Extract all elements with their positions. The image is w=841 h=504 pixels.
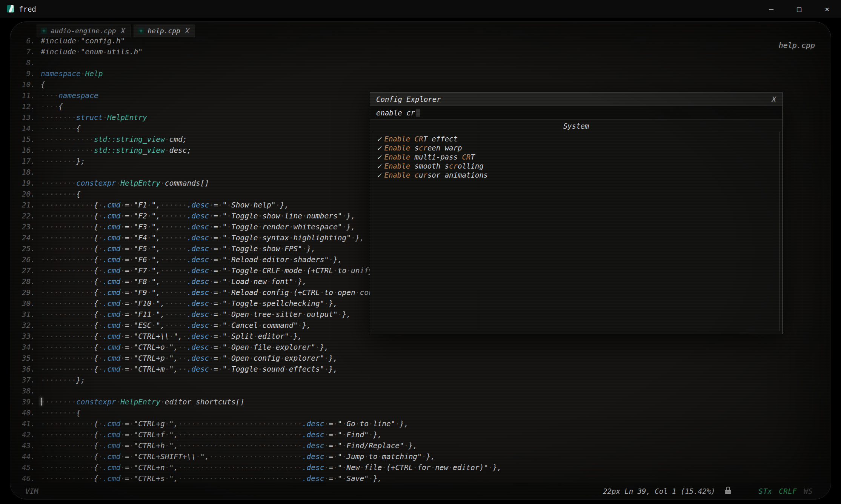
code-line[interactable]: 38. bbox=[15, 386, 831, 396]
line-number: 41. bbox=[15, 418, 35, 429]
config-option[interactable]: ✓Enable smooth scrolling bbox=[377, 161, 775, 171]
line-number: 20. bbox=[15, 189, 35, 200]
line-number: 39. bbox=[15, 396, 35, 407]
line-number: 43. bbox=[15, 440, 35, 451]
line-number: 45. bbox=[15, 462, 35, 473]
line-number: 28. bbox=[15, 276, 35, 287]
tab-bar: audio-engine.cpp X help.cpp X bbox=[37, 25, 195, 37]
code-line[interactable]: 43.············{·.cmd·=·"CTRL+h·",······… bbox=[15, 440, 831, 451]
status-bar: VIM 22px Ln 39, Col 1 (15.42%) STxCRLFWS bbox=[10, 483, 831, 499]
filename-overlay: help.cpp bbox=[779, 41, 815, 50]
config-option[interactable]: ✓Enable cursor animations bbox=[377, 171, 775, 180]
window-title: fred bbox=[19, 5, 36, 13]
line-number: 44. bbox=[15, 451, 35, 462]
cursor-position-info: 22px Ln 39, Col 1 (15.42%) bbox=[603, 487, 715, 495]
status-flag-stx: STx bbox=[759, 487, 772, 495]
line-number: 6. bbox=[15, 35, 35, 46]
line-number: 18. bbox=[15, 167, 35, 178]
line-number: 19. bbox=[15, 178, 35, 189]
line-number: 13. bbox=[15, 112, 35, 123]
code-line[interactable]: 41.············{·.cmd·=·"CTRL+g·",······… bbox=[15, 418, 831, 429]
checkbox-checked-icon[interactable]: ✓ bbox=[377, 162, 381, 170]
code-line[interactable]: 8. bbox=[15, 57, 831, 68]
line-number: 9. bbox=[15, 68, 35, 79]
line-number: 22. bbox=[15, 211, 35, 221]
code-line[interactable]: 42.············{·.cmd·=·"CTRL+f·",······… bbox=[15, 429, 831, 440]
status-right-group: 22px Ln 39, Col 1 (15.42%) STxCRLFWS bbox=[603, 487, 813, 495]
app-icon bbox=[7, 5, 14, 12]
line-number: 30. bbox=[15, 298, 35, 309]
popup-title: Config Explorer bbox=[376, 95, 441, 103]
line-number: 25. bbox=[15, 243, 35, 254]
tab-audio-engine-cpp[interactable]: audio-engine.cpp X bbox=[37, 25, 131, 37]
config-option[interactable]: ✓Enable screen warp bbox=[377, 143, 775, 152]
cpp-file-icon bbox=[41, 28, 47, 34]
line-number: 16. bbox=[15, 145, 35, 156]
line-number: 29. bbox=[15, 287, 35, 298]
code-line[interactable]: 45.············{·.cmd·=·"CTRL+n·",······… bbox=[15, 462, 831, 473]
code-line[interactable]: 9.namespace·Help bbox=[15, 68, 831, 79]
line-number: 36. bbox=[15, 364, 35, 375]
config-list: ✓Enable CRT effect✓Enable screen warp✓En… bbox=[373, 132, 780, 331]
code-line[interactable]: 39.········constexpr·HelpEntry·editor_sh… bbox=[15, 396, 831, 407]
config-explorer-popup: Config Explorer X enable cr System ✓Enab… bbox=[370, 92, 783, 334]
line-number: 10. bbox=[15, 79, 35, 90]
minimize-button[interactable]: – bbox=[757, 0, 785, 18]
line-number: 46. bbox=[15, 473, 35, 484]
code-line[interactable]: 37.········}; bbox=[15, 375, 831, 386]
checkbox-checked-icon[interactable]: ✓ bbox=[377, 135, 381, 143]
line-number: 11. bbox=[15, 90, 35, 101]
line-number: 21. bbox=[15, 200, 35, 211]
code-line[interactable]: 46.············{·.cmd·=·"CTRL+s·",······… bbox=[15, 473, 831, 484]
code-line[interactable]: 7.#include·"enum-utils.h" bbox=[15, 46, 831, 57]
config-option[interactable]: ✓Enable CRT effect bbox=[377, 134, 775, 143]
close-button[interactable]: × bbox=[813, 0, 841, 18]
line-number: 34. bbox=[15, 342, 35, 353]
config-search-value: enable cr bbox=[376, 109, 415, 117]
line-number: 12. bbox=[15, 101, 35, 112]
line-number: 7. bbox=[15, 46, 35, 57]
tab-close-icon[interactable]: X bbox=[185, 27, 189, 35]
popup-close-icon[interactable]: X bbox=[772, 95, 776, 103]
code-line[interactable]: 44.············{·.cmd·=·"CTRL+SHIFT+\\·"… bbox=[15, 451, 831, 462]
checkbox-checked-icon[interactable]: ✓ bbox=[377, 144, 381, 152]
line-number: 27. bbox=[15, 265, 35, 276]
line-number: 32. bbox=[15, 320, 35, 331]
checkbox-checked-icon[interactable]: ✓ bbox=[377, 171, 381, 179]
tab-help-cpp[interactable]: help.cpp X bbox=[134, 25, 195, 37]
config-option[interactable]: ✓Enable multi-pass CRT bbox=[377, 152, 775, 161]
window-titlebar: fred – □ × bbox=[0, 0, 841, 18]
line-number: 31. bbox=[15, 309, 35, 320]
code-line[interactable]: 35.············{·.cmd·=·"CTRL+p·",··.des… bbox=[15, 353, 831, 364]
status-flags: STxCRLFWS bbox=[759, 487, 813, 495]
code-line[interactable]: 34.············{·.cmd·=·"CTRL+o·",··.des… bbox=[15, 342, 831, 353]
popup-titlebar[interactable]: Config Explorer X bbox=[370, 92, 782, 106]
line-number: 23. bbox=[15, 221, 35, 232]
line-number: 15. bbox=[15, 134, 35, 145]
line-number: 37. bbox=[15, 375, 35, 386]
config-search-input[interactable]: enable cr bbox=[370, 106, 782, 120]
search-caret bbox=[416, 109, 420, 117]
status-flag-ws: WS bbox=[804, 487, 813, 495]
editor-mode-indicator: VIM bbox=[25, 487, 38, 495]
maximize-button[interactable]: □ bbox=[785, 0, 813, 18]
config-section-header: System bbox=[370, 120, 782, 132]
line-number: 26. bbox=[15, 254, 35, 265]
line-number: 24. bbox=[15, 232, 35, 243]
line-number: 42. bbox=[15, 429, 35, 440]
line-number: 14. bbox=[15, 123, 35, 134]
line-number: 40. bbox=[15, 407, 35, 418]
crt-screen: 6.#include·"config.h"7.#include·"enum-ut… bbox=[10, 22, 831, 499]
line-number: 38. bbox=[15, 386, 35, 396]
window-controls: – □ × bbox=[757, 0, 841, 18]
code-line[interactable]: 10.{ bbox=[15, 79, 831, 90]
line-number: 33. bbox=[15, 331, 35, 342]
tab-label: audio-engine.cpp bbox=[51, 27, 116, 35]
status-flag-crlf: CRLF bbox=[779, 487, 797, 495]
tab-close-icon[interactable]: X bbox=[121, 27, 125, 35]
code-line[interactable]: 36.············{·.cmd·=·"CTRL+m·",··.des… bbox=[15, 364, 831, 375]
line-number: 17. bbox=[15, 156, 35, 167]
checkbox-checked-icon[interactable]: ✓ bbox=[377, 153, 381, 161]
code-line[interactable]: 40.········{ bbox=[15, 407, 831, 418]
cpp-file-icon bbox=[138, 28, 144, 34]
